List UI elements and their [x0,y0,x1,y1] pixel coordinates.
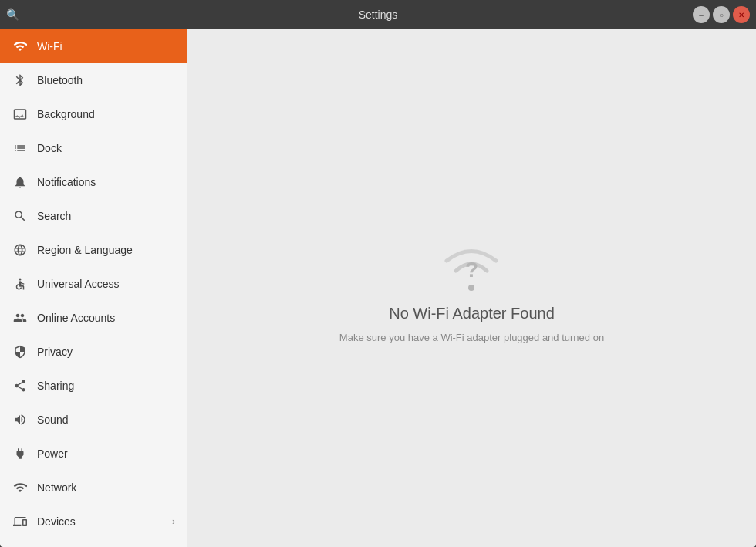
sidebar-item-label-sound: Sound [37,414,175,426]
titlebar-title: Settings [359,8,398,21]
bluetooth-icon [12,73,28,88]
region-icon [12,242,28,258]
titlebar-search-icon: 🔍 [6,8,19,21]
devices-arrow-icon: › [172,516,175,527]
sidebar-item-power[interactable]: Power [0,437,187,471]
close-button[interactable]: ✕ [733,6,750,23]
privacy-icon [12,344,28,360]
sidebar-item-label-universal-access: Universal Access [37,278,175,290]
sidebar-item-background[interactable]: Background [0,97,187,131]
sidebar-item-notifications[interactable]: Notifications [0,165,187,199]
minimize-icon: – [699,11,704,19]
maximize-button[interactable]: ○ [713,6,730,23]
sidebar-item-label-network: Network [37,481,175,494]
sidebar-item-label-notifications: Notifications [37,176,175,188]
sidebar-item-region[interactable]: Region & Language [0,233,187,267]
devices-icon [12,514,28,529]
no-adapter-container: ? No Wi-Fi Adapter Found Make sure you h… [339,234,604,343]
minimize-button[interactable]: – [693,6,710,23]
close-icon: ✕ [738,11,744,19]
dock-icon [12,140,28,156]
universal-access-icon [12,276,28,292]
sidebar-item-label-dock: Dock [37,142,175,154]
background-icon [12,106,28,122]
content-panel: ? No Wi-Fi Adapter Found Make sure you h… [187,29,756,547]
sidebar-item-label-online-accounts: Online Accounts [37,312,175,324]
sidebar-item-label-region: Region & Language [37,244,175,256]
sidebar-item-label-devices: Devices [37,515,163,528]
sidebar-item-label-wifi: Wi-Fi [37,40,175,52]
sidebar-item-label-power: Power [37,447,175,460]
sidebar-item-online-accounts[interactable]: Online Accounts [0,301,187,335]
sidebar: Wi-Fi Bluetooth Background [0,29,187,547]
search-icon [12,208,28,224]
sidebar-item-label-sharing: Sharing [37,380,175,392]
sidebar-item-universal-access[interactable]: Universal Access [0,267,187,301]
sidebar-item-label-search: Search [37,210,175,222]
svg-point-2 [468,285,474,291]
sidebar-item-label-bluetooth: Bluetooth [37,74,175,86]
svg-point-0 [19,279,22,281]
sidebar-item-dock[interactable]: Dock [0,131,187,165]
sidebar-item-network[interactable]: Network [0,471,187,505]
sidebar-item-sound[interactable]: Sound [0,403,187,437]
sharing-icon [12,378,28,393]
sound-icon [12,412,28,427]
sidebar-item-bluetooth[interactable]: Bluetooth [0,63,187,97]
maximize-icon: ○ [719,11,724,19]
notifications-icon [12,174,28,190]
sidebar-item-details[interactable]: Details › [0,539,187,547]
svg-text:?: ? [465,258,478,282]
sidebar-item-privacy[interactable]: Privacy [0,335,187,369]
no-adapter-subtitle: Make sure you have a Wi-Fi adapter plugg… [339,332,604,343]
titlebar-search: 🔍 [6,8,19,21]
network-icon [12,480,28,495]
no-wifi-adapter-icon: ? [440,234,502,295]
sidebar-item-devices[interactable]: Devices › [0,505,187,539]
sidebar-item-sharing[interactable]: Sharing [0,369,187,403]
online-accounts-icon [12,310,28,326]
sidebar-item-search[interactable]: Search [0,199,187,233]
sidebar-item-label-privacy: Privacy [37,346,175,358]
titlebar-controls: – ○ ✕ [693,6,750,23]
sidebar-item-label-background: Background [37,108,175,120]
no-adapter-title: No Wi-Fi Adapter Found [389,305,555,322]
wifi-icon [12,39,28,54]
sidebar-item-wifi[interactable]: Wi-Fi [0,29,187,63]
titlebar: 🔍 Settings – ○ ✕ [0,0,756,29]
power-icon [12,446,28,461]
settings-window: 🔍 Settings – ○ ✕ Wi-F [0,0,756,547]
main-content: Wi-Fi Bluetooth Background [0,29,756,547]
